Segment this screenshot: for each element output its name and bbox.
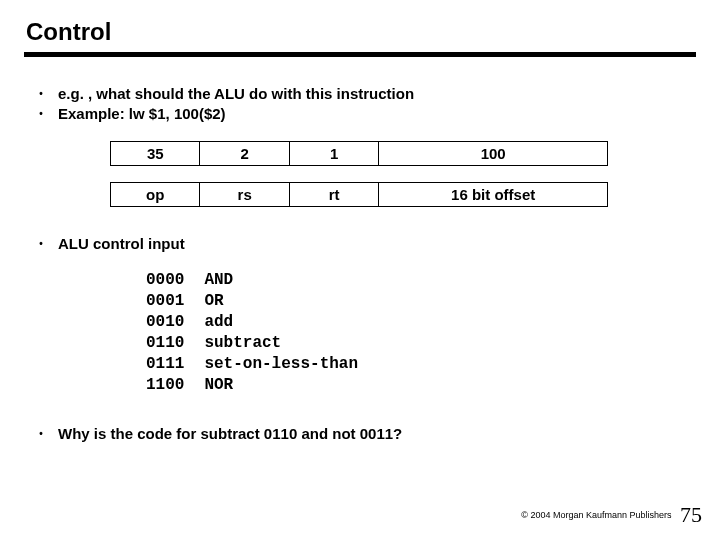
bullet-list: • e.g. , what should the ALU do with thi… bbox=[24, 85, 696, 123]
table-row: 0001 OR bbox=[146, 292, 376, 311]
bullet-icon: • bbox=[24, 85, 58, 103]
instruction-table-group: 35 2 1 100 op rs rt 16 bit offset bbox=[110, 141, 608, 207]
bullet-text: Example: lw $1, 100($2) bbox=[58, 105, 226, 123]
table-row: 0111 set-on-less-than bbox=[146, 355, 376, 374]
bullet-text: e.g. , what should the ALU do with this … bbox=[58, 85, 414, 103]
alu-code: 0001 bbox=[146, 292, 202, 311]
bullet-text: Why is the code for subtract 0110 and no… bbox=[58, 425, 402, 443]
alu-code: 0111 bbox=[146, 355, 202, 374]
page-number: 75 bbox=[680, 502, 702, 528]
table-row: 0000 AND bbox=[146, 271, 376, 290]
alu-op: NOR bbox=[204, 376, 376, 395]
table-row: 35 2 1 100 bbox=[111, 142, 608, 166]
table-row: op rs rt 16 bit offset bbox=[111, 183, 608, 207]
bullet-icon: • bbox=[24, 235, 58, 253]
list-item: • ALU control input bbox=[24, 235, 696, 253]
instruction-labels-table: op rs rt 16 bit offset bbox=[110, 182, 608, 207]
alu-code: 0010 bbox=[146, 313, 202, 332]
bullet-list: • Why is the code for subtract 0110 and … bbox=[24, 425, 696, 443]
list-item: • e.g. , what should the ALU do with thi… bbox=[24, 85, 696, 103]
alu-code-table: 0000 AND 0001 OR 0010 add 0110 subtract … bbox=[144, 269, 378, 397]
bullet-icon: • bbox=[24, 105, 58, 123]
list-item: • Why is the code for subtract 0110 and … bbox=[24, 425, 696, 443]
cell-op-label: op bbox=[111, 183, 200, 207]
table-row: 0110 subtract bbox=[146, 334, 376, 353]
cell-offset-label: 16 bit offset bbox=[379, 183, 608, 207]
alu-op: subtract bbox=[204, 334, 376, 353]
bullet-icon: • bbox=[24, 425, 58, 443]
alu-op: add bbox=[204, 313, 376, 332]
slide: Control • e.g. , what should the ALU do … bbox=[0, 0, 720, 540]
title-rule bbox=[24, 52, 696, 57]
alu-op: set-on-less-than bbox=[204, 355, 376, 374]
instruction-values-table: 35 2 1 100 bbox=[110, 141, 608, 166]
list-item: • Example: lw $1, 100($2) bbox=[24, 105, 696, 123]
copyright-text: © 2004 Morgan Kaufmann Publishers bbox=[521, 510, 671, 520]
bullet-list: • ALU control input bbox=[24, 235, 696, 253]
cell-rt-label: rt bbox=[289, 183, 378, 207]
alu-op: AND bbox=[204, 271, 376, 290]
cell-rs-value: 2 bbox=[200, 142, 289, 166]
bullet-text: ALU control input bbox=[58, 235, 185, 253]
cell-rs-label: rs bbox=[200, 183, 289, 207]
cell-offset-value: 100 bbox=[379, 142, 608, 166]
alu-code: 0000 bbox=[146, 271, 202, 290]
alu-code: 1100 bbox=[146, 376, 202, 395]
table-row: 1100 NOR bbox=[146, 376, 376, 395]
alu-op: OR bbox=[204, 292, 376, 311]
footer: © 2004 Morgan Kaufmann Publishers 75 bbox=[521, 502, 702, 528]
cell-rt-value: 1 bbox=[289, 142, 378, 166]
page-title: Control bbox=[26, 18, 696, 46]
cell-op-value: 35 bbox=[111, 142, 200, 166]
table-row: 0010 add bbox=[146, 313, 376, 332]
alu-code: 0110 bbox=[146, 334, 202, 353]
